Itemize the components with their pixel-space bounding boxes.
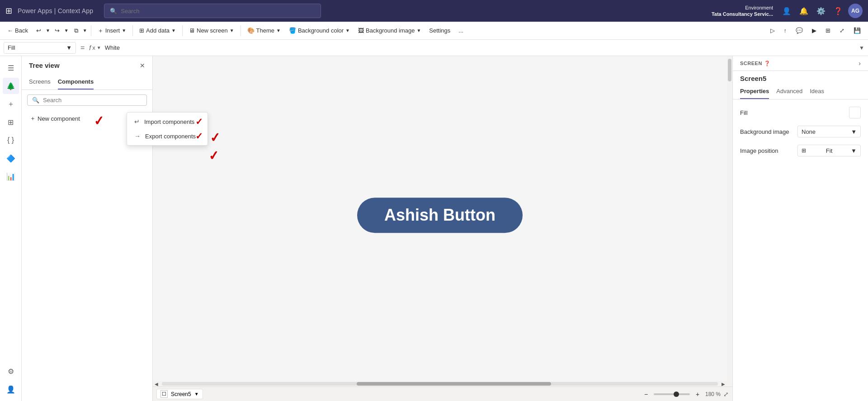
screen-tab-caret[interactable]: ▼ — [194, 392, 199, 396]
canvas-v-thumb[interactable] — [728, 59, 731, 81]
undo-button[interactable]: ↩ — [33, 24, 45, 38]
undo-caret[interactable]: ▼ — [45, 24, 51, 38]
new-component-button[interactable]: ＋ New component — [27, 113, 83, 124]
tree-panel-title: Tree view — [29, 61, 60, 69]
toolbar: ← Back ↩ ▼ ↪ ▼ ⧉ ▼ ＋ Insert ▼ ⊞ Add data… — [0, 22, 868, 40]
notification-icon[interactable]: 🔔 — [797, 4, 811, 18]
preview-icon[interactable]: ▷ — [767, 24, 778, 38]
sidebar-toggle-icon[interactable]: ☰ — [3, 60, 19, 76]
tree-search-input[interactable] — [43, 97, 142, 104]
screen-name: Screen5 — [733, 71, 868, 84]
zoom-in-button[interactable]: + — [693, 389, 703, 399]
tab-properties[interactable]: Properties — [740, 84, 769, 99]
app-grid-icon[interactable]: ⊞ — [5, 6, 12, 16]
grid-icon[interactable]: ⊞ — [822, 24, 834, 38]
canvas-h-thumb[interactable] — [357, 382, 552, 386]
position-caret: ▼ — [851, 147, 857, 154]
new-screen-button[interactable]: 🖥 New screen ▼ — [185, 24, 238, 38]
formula-expand-icon[interactable]: ▼ — [859, 45, 864, 51]
back-button[interactable]: ← Back — [4, 24, 32, 38]
bg-image-select[interactable]: None ▼ — [797, 126, 861, 137]
import-components-item[interactable]: ↵ Import components ✓ — [127, 114, 208, 129]
avatar[interactable]: AG — [848, 4, 863, 18]
redo-button[interactable]: ↪ — [51, 24, 63, 38]
main-layout: ☰ 🌲 ＋ ⊞ { } 🔷 📊 ⚙ 👤 Tree view ✕ Screens … — [0, 56, 868, 401]
zoom-slider[interactable] — [654, 393, 690, 395]
fullscreen-button[interactable]: ⤢ — [723, 391, 729, 398]
data-icon[interactable]: ⊞ — [3, 114, 19, 130]
tree-view-icon[interactable]: 🌲 — [3, 78, 19, 94]
zoom-out-button[interactable]: − — [641, 389, 651, 399]
zoom-controls: − + 180 % ⤢ — [641, 389, 729, 399]
tree-panel-close-button[interactable]: ✕ — [140, 62, 145, 69]
export-components-item[interactable]: → Export components ✓ — [127, 129, 208, 143]
bg-color-icon: 🪣 — [289, 27, 296, 34]
tab-screens[interactable]: Screens — [29, 75, 51, 90]
global-search-bar[interactable]: 🔍 — [104, 4, 321, 18]
canvas-area[interactable]: Ashish Button — [153, 56, 727, 381]
bottom-settings-icon[interactable]: ⚙ — [3, 363, 19, 379]
back-icon: ← — [7, 27, 13, 34]
help-icon[interactable]: ❓ — [831, 4, 845, 18]
copy-caret[interactable]: ▼ — [82, 24, 88, 38]
more-button[interactable]: ... — [455, 24, 467, 38]
checkmark-import: ✓ — [195, 116, 203, 127]
formula-bar: Fill ▼ = f x ▼ ▼ — [0, 40, 868, 56]
expand-icon[interactable]: ⤢ — [836, 24, 848, 38]
theme-button[interactable]: 🎨 Theme ▼ — [244, 24, 284, 38]
tree-panel: Tree view ✕ Screens Components 🔍 ＋ New c… — [22, 56, 153, 401]
insert-icon[interactable]: ＋ — [3, 96, 19, 112]
fill-prop-row: Fill — [740, 107, 861, 118]
image-position-label: Image position — [740, 147, 778, 154]
panel-expand-button[interactable]: › — [859, 60, 861, 67]
settings-button[interactable]: Settings — [425, 24, 454, 38]
zoom-slider-thumb[interactable] — [674, 392, 679, 397]
environment-info: Environment Tata Consultancy Servic... — [712, 5, 773, 18]
right-panel-tabs: Properties Advanced Ideas — [733, 84, 868, 99]
comments-icon[interactable]: 💬 — [792, 24, 807, 38]
fx-label[interactable]: f x ▼ — [89, 44, 101, 52]
environment-label: Environment — [712, 5, 773, 11]
fill-color-swatch[interactable] — [849, 107, 861, 118]
right-panel-body: Fill Background image None ▼ Image posit… — [733, 99, 868, 164]
bg-image-icon: 🖼 — [358, 27, 364, 34]
add-data-caret: ▼ — [171, 28, 176, 33]
screen-label: SCREEN ❓ — [740, 61, 770, 66]
property-selector[interactable]: Fill ▼ — [4, 42, 76, 54]
add-data-button[interactable]: ⊞ Add data ▼ — [136, 24, 179, 38]
bg-image-button[interactable]: 🖼 Background image ▼ — [354, 24, 425, 38]
tab-ideas[interactable]: Ideas — [810, 84, 824, 99]
screen-tab[interactable]: ☐ Screen5 ▼ — [156, 389, 203, 399]
right-panel: SCREEN ❓ › Screen5 Properties Advanced I… — [732, 56, 868, 401]
tree-search[interactable]: 🔍 — [27, 94, 147, 106]
user-icon[interactable]: 👤 — [779, 4, 794, 18]
tab-components[interactable]: Components — [58, 75, 94, 90]
insert-button[interactable]: ＋ Insert ▼ — [94, 24, 130, 38]
run-icon[interactable]: ▶ — [808, 24, 820, 38]
canvas-h-track[interactable] — [162, 382, 718, 386]
variables-icon[interactable]: { } — [3, 132, 19, 148]
canvas-v-scrollbar[interactable] — [727, 56, 732, 381]
bg-color-button[interactable]: 🪣 Background color ▼ — [285, 24, 354, 38]
tab-advanced[interactable]: Advanced — [776, 84, 802, 99]
formula-input[interactable] — [103, 44, 855, 51]
ashish-button[interactable]: Ashish Button — [357, 198, 523, 233]
settings-icon[interactable]: ⚙️ — [814, 4, 828, 18]
toolbar-right-actions: ▷ ↑ 💬 ▶ ⊞ ⤢ 💾 — [767, 24, 865, 38]
copy-button[interactable]: ⧉ — [71, 24, 82, 38]
theme-caret: ▼ — [276, 28, 281, 33]
analytics-icon[interactable]: 📊 — [3, 168, 19, 184]
bg-image-prop-row: Background image None ▼ — [740, 126, 861, 137]
bg-color-caret: ▼ — [345, 28, 350, 33]
theme-icon: 🎨 — [247, 27, 255, 34]
save-icon[interactable]: 💾 — [850, 24, 864, 38]
help-icon[interactable]: ❓ — [764, 61, 771, 66]
image-position-select[interactable]: ⊞ Fit ▼ — [797, 145, 861, 156]
new-screen-icon: 🖥 — [189, 27, 195, 34]
redo-caret[interactable]: ▼ — [63, 24, 70, 38]
bottom-footer: ☐ Screen5 ▼ − + 180 % ⤢ — [153, 387, 732, 401]
bottom-user-icon[interactable]: 👤 — [3, 381, 19, 397]
media-icon[interactable]: 🔷 — [3, 150, 19, 166]
global-search-input[interactable] — [121, 8, 315, 14]
share-icon[interactable]: ↑ — [780, 24, 791, 38]
